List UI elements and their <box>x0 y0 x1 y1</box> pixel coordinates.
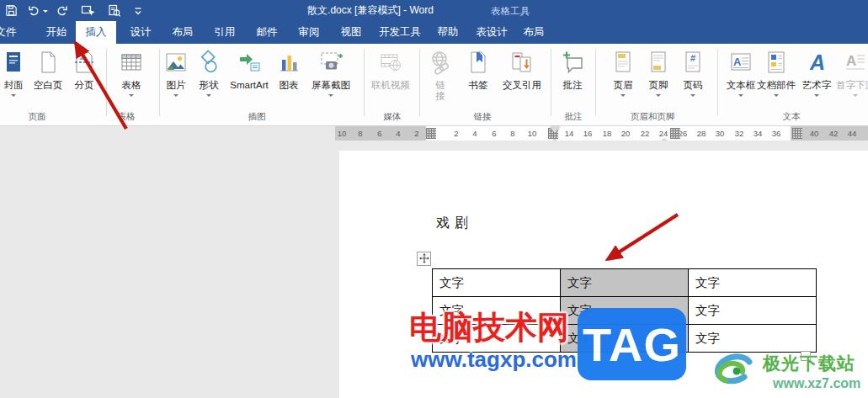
button-label: 图片 <box>160 80 192 91</box>
ruler-number: 40 <box>807 126 822 141</box>
title-bar: 散文.docx [兼容模式] - Word 表格工具 <box>0 0 868 21</box>
table-cell[interactable]: 文字 <box>433 269 561 297</box>
print-preview-button[interactable] <box>108 3 121 18</box>
picture-icon <box>160 50 192 77</box>
ruler-number: 6 <box>372 126 387 141</box>
comment-button[interactable]: 批注 <box>554 47 591 119</box>
drop-cap-button[interactable]: A 首字下沉 <box>835 47 868 119</box>
shapes-button[interactable]: 形状 <box>192 47 226 119</box>
tab-view[interactable]: 视图 <box>333 21 369 44</box>
tab-developer[interactable]: 开发工具 <box>374 21 426 44</box>
group-label-text: 文本 <box>720 111 863 123</box>
group-divider <box>106 49 107 116</box>
ruler-number: 22 <box>637 126 652 141</box>
ruler-number: 30 <box>712 126 727 141</box>
group-label-tables: 表格 <box>103 111 150 123</box>
button-label: 封面 <box>0 80 30 91</box>
button-label: 分页 <box>67 80 101 91</box>
tab-references[interactable]: 引用 <box>207 21 242 44</box>
paragraph-text[interactable]: 戏剧 <box>436 215 473 232</box>
quick-parts-button[interactable]: 文档部件 <box>754 47 798 119</box>
table-column-marker[interactable] <box>670 128 680 139</box>
tab-layout[interactable]: 布局 <box>165 21 200 44</box>
word-window: 散文.docx [兼容模式] - Word 表格工具 文件 开始 插入 设计 布… <box>0 0 868 398</box>
customize-qat-button[interactable] <box>133 3 143 18</box>
header-button[interactable]: 页眉 <box>604 47 642 119</box>
tab-mailings[interactable]: 邮件 <box>249 21 285 44</box>
table-button[interactable]: 表格 <box>109 47 153 119</box>
button-label: 批注 <box>554 80 591 91</box>
page-number-button[interactable]: # 页码 <box>675 47 711 119</box>
table-column-marker[interactable] <box>792 128 802 139</box>
page-break-button[interactable]: 分页 <box>67 47 101 119</box>
ruler-number: 4 <box>467 126 482 141</box>
pictures-button[interactable]: 图片 <box>160 47 192 119</box>
cover-page-button[interactable]: 封面 <box>0 47 30 119</box>
ruler-number: 6 <box>487 126 502 141</box>
cross-reference-button[interactable]: 交叉引用 <box>495 47 549 119</box>
ruler-number: 8 <box>353 126 368 141</box>
tag-badge-label: TAG <box>583 317 681 372</box>
redo-button[interactable] <box>56 3 69 18</box>
save-button[interactable] <box>5 3 18 18</box>
tab-file[interactable]: 文件 <box>0 21 25 44</box>
screenshot-button[interactable]: 屏幕截图 <box>305 47 357 119</box>
page-number-icon: # <box>675 50 711 77</box>
group-label-media: 媒体 <box>367 111 418 123</box>
tab-table-design[interactable]: 表设计 <box>471 21 512 44</box>
tab-design[interactable]: 设计 <box>123 21 158 44</box>
button-label: SmartArt <box>226 80 273 91</box>
link-button[interactable]: 链接 <box>426 47 455 119</box>
button-label: 形状 <box>192 80 226 91</box>
group-label-illustrations: 插图 <box>156 111 358 123</box>
ruler-number: 2 <box>449 126 464 141</box>
tab-insert[interactable]: 插入 <box>76 21 116 44</box>
button-label: 图表 <box>273 80 305 91</box>
table-icon <box>109 50 153 77</box>
table-cell-selected[interactable]: 文字 <box>561 269 689 297</box>
table-cell[interactable]: 文字 <box>689 269 817 297</box>
touch-mode-button[interactable] <box>81 3 95 18</box>
online-video-button[interactable]: 联机视频 <box>367 47 414 119</box>
table-move-handle[interactable] <box>417 252 431 266</box>
ruler-number: 28 <box>694 126 709 141</box>
undo-button[interactable] <box>27 3 48 18</box>
ruler-number: 42 <box>826 126 841 141</box>
shapes-icon <box>192 50 226 77</box>
blank-page-button[interactable]: 空白页 <box>30 47 66 119</box>
table-row: 文字 文字 文字 <box>433 269 817 297</box>
button-label: 书签 <box>461 80 495 91</box>
chart-button[interactable]: 图表 <box>273 47 305 119</box>
ruler-number: 14 <box>562 126 577 141</box>
undo-dropdown-caret[interactable] <box>43 10 48 15</box>
footer-button[interactable]: 页脚 <box>640 47 677 119</box>
download-site-logo: 极光下载站 www.xz7.com <box>712 352 860 394</box>
redo-icon <box>56 4 69 18</box>
group-divider <box>419 49 420 116</box>
ruler-number: 16 <box>580 126 595 141</box>
button-label: 页眉 <box>604 80 642 91</box>
footer-icon <box>640 50 677 77</box>
wordart-button[interactable]: A 艺术字 <box>798 47 835 119</box>
tab-review[interactable]: 审阅 <box>291 21 327 44</box>
ruler-number: 2 <box>409 126 424 141</box>
table-cell[interactable]: 文字 <box>689 297 817 325</box>
tab-home[interactable]: 开始 <box>34 21 79 44</box>
smartart-button[interactable]: SmartArt <box>226 47 273 119</box>
button-label: 页码 <box>675 80 711 91</box>
ribbon: 封面 空白页 分页 页面 表格 表格 图片 形状 <box>0 44 868 126</box>
group-label-comments: 批注 <box>553 111 594 123</box>
cross-reference-icon <box>495 50 549 77</box>
tab-table-layout[interactable]: 布局 <box>517 21 551 44</box>
dropdown-caret <box>11 94 16 99</box>
tag-badge: TAG <box>578 308 686 380</box>
table-cell[interactable]: 文字 <box>689 325 817 353</box>
cover-page-icon <box>0 50 30 77</box>
table-column-marker[interactable] <box>426 128 436 139</box>
bookmark-button[interactable]: 书签 <box>461 47 495 119</box>
comment-icon <box>554 50 591 77</box>
tab-help[interactable]: 帮助 <box>431 21 465 44</box>
dropdown-caret <box>620 94 626 99</box>
button-label: 联机视频 <box>367 80 414 91</box>
ruler-number: 4 <box>391 126 406 141</box>
